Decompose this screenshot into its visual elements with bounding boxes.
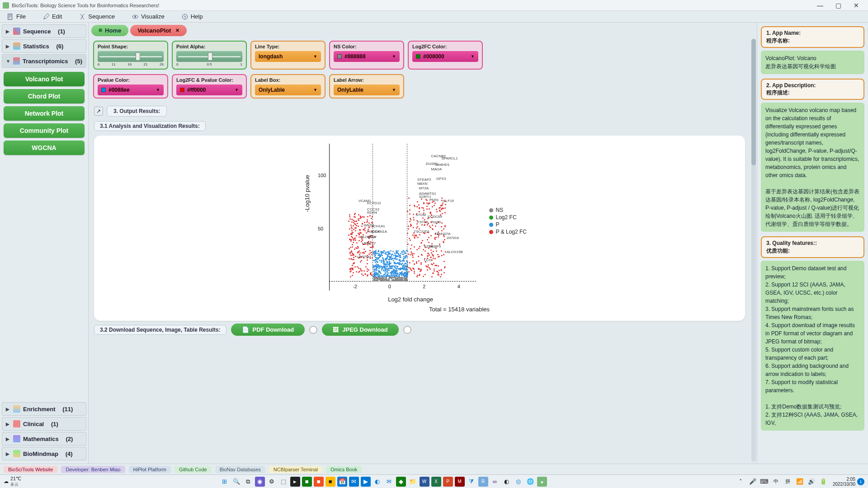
both-color-select[interactable]: #ff0000 ▼ [176, 84, 242, 95]
maximize-button[interactable]: ▢ [829, 0, 847, 10]
terminal-icon[interactable]: ▸ [290, 477, 300, 487]
minimize-button[interactable]: — [811, 0, 829, 10]
sidebar: ▶ Sequence (1) ▶ Statistics (6) ▼ Transc… [0, 23, 89, 464]
button-label: JPEG Download [342, 326, 387, 333]
word-icon[interactable]: W [420, 477, 429, 487]
app-icon-2[interactable]: ⬚ [278, 477, 288, 487]
app-icon-11[interactable]: ◐ [502, 477, 512, 487]
powerpoint-icon[interactable]: P [443, 477, 453, 487]
ime-icon[interactable]: 中 [771, 477, 781, 487]
vs-icon[interactable]: ∞ [490, 477, 500, 487]
pvalue-color-select[interactable]: #0088ee ▼ [98, 84, 164, 95]
label-box-select[interactable]: OnlyLable ▼ [255, 84, 321, 95]
battery-icon[interactable]: 🔋 [818, 477, 828, 487]
sidebar-group-transcriptomics[interactable]: ▼ Transcriptomics (5) [2, 54, 86, 68]
y-axis-label: -Log10 pvalue [304, 175, 311, 212]
sidebar-group-count: (5) [75, 58, 82, 65]
taskbar-clock[interactable]: 2:05 2022/10/30 [833, 477, 855, 487]
chart-legend: NSLog2 FCPP & Log2 FC [489, 207, 527, 236]
label-arrow-select[interactable]: OnlyLable ▼ [334, 84, 400, 95]
settings-icon[interactable]: ⚙ [267, 477, 277, 487]
mic-icon[interactable]: 🎤 [748, 477, 758, 487]
menu-help[interactable]: ? Help [179, 12, 206, 21]
app-icon-8[interactable]: ▶ [361, 477, 371, 487]
footer-link-github[interactable]: Github Code [175, 466, 212, 473]
app-icon-9[interactable]: ◆ [396, 477, 406, 487]
sidebar-group-enrichment[interactable]: ▶ Enrichment (11) [2, 402, 86, 416]
keyboard-icon[interactable]: ⌨ [760, 477, 769, 487]
point-shape-slider[interactable] [98, 51, 164, 62]
sidebar-item-chord-plot[interactable]: Chord Plot [4, 89, 85, 103]
close-button[interactable]: ✕ [847, 0, 865, 10]
ns-color-select[interactable]: #888888 ▼ [334, 51, 400, 62]
wifi-icon[interactable]: 📶 [795, 477, 805, 487]
app-icon-7[interactable]: ✉ [349, 477, 359, 487]
titlebar: BioSciTools: Biology Science Tools for B… [0, 0, 868, 11]
tray-chevron-icon[interactable]: ˄ [736, 477, 746, 487]
tab-close-icon[interactable]: ✕ [175, 28, 179, 33]
info-app-name-body: VolcanoPlot: Volcano 差异表达基因可视化科学绘图 [761, 51, 864, 74]
footer-link-developer[interactable]: Developer: Benben Miao [61, 466, 125, 473]
param-ns-color: NS Color: #888888 ▼ [329, 41, 404, 70]
clock-time: 2:05 [833, 477, 855, 482]
select-value: longdash [259, 53, 283, 60]
app-icon-4[interactable]: ■ [314, 477, 324, 487]
jpeg-download-button[interactable]: 🖼 JPEG Download [322, 324, 398, 336]
tab-home[interactable]: Home [91, 25, 128, 36]
chevron-right-icon: ▶ [6, 29, 10, 34]
menu-sequence[interactable]: Sequence [76, 12, 118, 21]
app-icon-10[interactable]: M [455, 477, 465, 487]
menu-edit[interactable]: Edit [40, 12, 65, 21]
footer-link-hiplot[interactable]: HiPlot Platform [129, 466, 171, 473]
sidebar-group-label: BioMindmap [23, 450, 58, 457]
search-icon[interactable]: 🔍 [231, 477, 241, 487]
chevron-right-icon: ▶ [6, 44, 10, 49]
sidebar-item-wgcna[interactable]: WGCNA [4, 141, 85, 155]
sidebar-item-network-plot[interactable]: Network Plot [4, 106, 85, 121]
button-label: PDF Download [253, 326, 294, 333]
footer-link-ncbi[interactable]: NCBIparser Teminal [269, 466, 322, 473]
excel-icon[interactable]: X [431, 477, 441, 487]
log2fc-color-select[interactable]: #008000 ▼ [412, 51, 478, 62]
sidebar-group-statistics[interactable]: ▶ Statistics (6) [2, 39, 86, 53]
rstudio-icon[interactable]: R [478, 477, 488, 487]
select-value: #ff0000 [187, 87, 206, 93]
export-icon[interactable]: ↗ [94, 107, 103, 116]
app-icon-3[interactable]: ■ [302, 477, 312, 487]
start-icon[interactable]: ⊞ [220, 477, 230, 487]
sidebar-item-volcano-plot[interactable]: Volcano Plot [4, 72, 85, 86]
sidebar-group-clinical[interactable]: ▶ Clinical (1) [2, 417, 86, 431]
mail-icon[interactable]: ✉ [384, 477, 394, 487]
footer-link-omics[interactable]: Omics Book [326, 466, 362, 473]
file-icon [7, 14, 14, 20]
sidebar-group-biomindmap[interactable]: ▶ BioMindmap (4) [2, 447, 86, 460]
chevron-right-icon: ▶ [6, 422, 10, 427]
tab-volcanoplot[interactable]: VolcanoPlot ✕ [130, 25, 187, 36]
edge-icon[interactable]: ◐ [373, 477, 382, 487]
taskview-icon[interactable]: ⧉ [243, 477, 253, 487]
scrollbar-thumb[interactable] [751, 39, 756, 165]
vscode-icon[interactable]: ⧩ [467, 477, 476, 487]
sidebar-group-sequence[interactable]: ▶ Sequence (1) [2, 24, 86, 38]
menu-visualize[interactable]: Visualize [129, 12, 167, 21]
app-icon-5[interactable]: ■ [326, 477, 335, 487]
app-icon-12[interactable]: ◎ [514, 477, 524, 487]
footer-link-bionav[interactable]: BioNav Databases [215, 466, 265, 473]
app-icon-1[interactable]: ◉ [255, 477, 265, 487]
notification-icon[interactable]: 1 [857, 478, 864, 485]
app-icon-6[interactable]: 📅 [337, 477, 347, 487]
menu-file[interactable]: File [5, 12, 28, 21]
point-alpha-slider[interactable] [176, 51, 242, 62]
line-type-select[interactable]: longdash ▼ [255, 51, 321, 62]
sidebar-item-community-plot[interactable]: Community Plot [4, 123, 85, 138]
volume-icon[interactable]: 🔊 [807, 477, 816, 487]
pdf-download-button[interactable]: 📄 PDF Download [231, 324, 305, 336]
sidebar-group-mathematics[interactable]: ▶ Mathematics (2) [2, 432, 86, 446]
ime2-icon[interactable]: 拼 [783, 477, 793, 487]
taskbar-weather[interactable]: ☁ 21℃ 多云 [4, 476, 21, 488]
bioscitools-taskbar-icon[interactable]: ⬥ [537, 477, 547, 487]
tab-label: VolcanoPlot [137, 27, 171, 34]
footer-link-website[interactable]: BioSciTools Website [4, 466, 57, 473]
explorer-icon[interactable]: 📁 [408, 477, 418, 487]
app-icon-13[interactable]: 🌐 [525, 477, 535, 487]
